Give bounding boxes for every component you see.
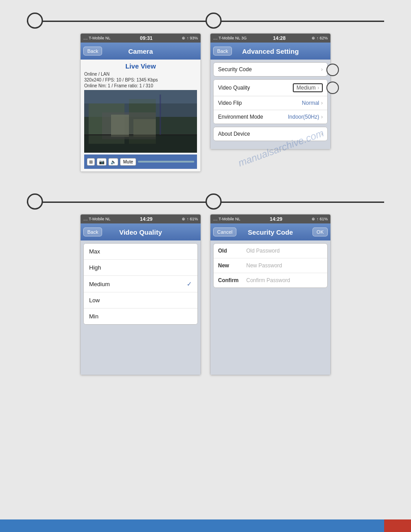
video-quality-row[interactable]: Video Quality Medium › xyxy=(214,80,327,96)
nav-bar-3: Back Video Quality xyxy=(81,223,201,240)
svg-rect-6 xyxy=(84,90,197,103)
bottom-bar-accent xyxy=(384,519,411,532)
timeline-circle-1 xyxy=(27,13,43,29)
carrier-2: .... T-Mobile NL 3G xyxy=(213,36,247,40)
sc-new-label: New xyxy=(218,262,243,269)
status-bar-1: .... T-Mobile NL 09:31 ⊕ ↑ 93% xyxy=(81,34,201,43)
environment-mode-row[interactable]: Environment Mode Indoor(50Hz) › xyxy=(214,110,327,124)
video-controls-bar: ⊞ 📷 🔈 Mute xyxy=(84,154,197,169)
vq-item-min[interactable]: Min xyxy=(84,309,197,324)
carrier-3: .... T-Mobile NL xyxy=(83,217,111,221)
video-flip-label: Video Flip xyxy=(218,100,242,106)
video-flip-value: Normal › xyxy=(302,100,323,106)
back-button-2[interactable]: Back xyxy=(213,47,232,56)
live-view-content: Live View Online / LAN 320x240 / FPS: 10… xyxy=(81,60,201,172)
vq-label-low: Low xyxy=(89,297,100,304)
status-line-1: Online / LAN xyxy=(84,72,197,77)
carrier-1: .... T-Mobile NL xyxy=(83,36,111,40)
sc-confirm-label: Confirm xyxy=(218,277,243,283)
right-icons-3: ⊕ ↑ 61% xyxy=(182,217,198,221)
grid-button[interactable]: ⊞ xyxy=(87,158,95,166)
time-3: 14:29 xyxy=(140,216,153,222)
sc-fields-section: Old Old Password New New Password Confir… xyxy=(213,243,328,288)
phone-frame-video-quality: .... T-Mobile NL 14:29 ⊕ ↑ 61% Back Vide… xyxy=(80,214,201,375)
security-code-label: Security Code xyxy=(218,66,252,73)
bottom-bar xyxy=(0,519,411,532)
status-bar-4: .... T-Mobile NL 14:29 ⊕ ↑ 61% xyxy=(210,215,330,223)
status-line-3: Online Nm: 1 / Frame ratio: 1 / 310 xyxy=(84,83,197,88)
sc-new-input[interactable]: New Password xyxy=(246,262,282,269)
vq-checkmark-medium: ✓ xyxy=(187,280,192,287)
callout-security-code xyxy=(326,64,339,76)
time-2: 14:28 xyxy=(273,35,286,41)
carrier-4: .... T-Mobile NL xyxy=(213,217,240,221)
volume-slider[interactable] xyxy=(138,161,194,163)
snapshot-button[interactable]: 📷 xyxy=(97,158,107,166)
phone-frame-live-view: .... T-Mobile NL 09:31 ⊕ ↑ 93% Back Came… xyxy=(80,33,201,172)
adv-content: Security Code › Video Quality Medium › xyxy=(210,60,330,149)
back-button-1[interactable]: Back xyxy=(83,47,102,56)
video-quality-chevron: › xyxy=(317,85,319,91)
top-timeline xyxy=(0,4,411,33)
timeline-circle-2 xyxy=(206,13,222,29)
live-view-heading: Live View xyxy=(84,62,197,70)
live-video-bg xyxy=(84,90,197,153)
environment-mode-chevron: › xyxy=(321,114,323,120)
vq-label-high: High xyxy=(89,264,101,271)
right-icons-2: ⊕ ↑ 62% xyxy=(312,36,328,40)
mute-button[interactable]: Mute xyxy=(120,158,136,166)
environment-mode-text: Indoor(50Hz) xyxy=(288,114,319,120)
sc-confirm-input[interactable]: Confirm Password xyxy=(246,277,290,283)
about-device-row[interactable]: About Device › xyxy=(214,127,327,141)
status-bar-3: .... T-Mobile NL 14:29 ⊕ ↑ 61% xyxy=(81,215,201,223)
sc-old-row: Old Old Password xyxy=(214,244,327,258)
screen2-wrapper: .... T-Mobile NL 3G 14:28 ⊕ ↑ 62% Back A… xyxy=(210,33,331,172)
svg-rect-8 xyxy=(111,115,129,137)
vq-item-medium[interactable]: Medium ✓ xyxy=(84,276,197,292)
bottom-timeline xyxy=(0,185,411,214)
security-code-row[interactable]: Security Code › xyxy=(214,63,327,76)
speaker-button[interactable]: 🔈 xyxy=(108,158,118,166)
bottom-timeline-circle-1 xyxy=(27,193,43,210)
vq-item-low[interactable]: Low xyxy=(84,292,197,309)
video-flip-chevron: › xyxy=(321,100,323,106)
vq-list: Max High Medium ✓ Low Min xyxy=(83,243,198,325)
vq-label-max: Max xyxy=(89,248,100,255)
vq-label-medium: Medium xyxy=(89,281,110,287)
video-flip-text: Normal xyxy=(302,100,319,106)
right-icons-1: ⊕ ↑ 93% xyxy=(182,36,198,40)
vq-item-max[interactable]: Max xyxy=(84,244,197,260)
bottom-timeline-circle-2 xyxy=(206,193,222,210)
back-button-3[interactable]: Back xyxy=(83,227,102,236)
right-icons-4: ⊕ ↑ 61% xyxy=(312,217,328,221)
top-screens-row: .... T-Mobile NL 09:31 ⊕ ↑ 93% Back Came… xyxy=(0,33,411,172)
nav-bar-1: Back Camera xyxy=(81,43,201,60)
cancel-button[interactable]: Cancel xyxy=(213,227,236,236)
sc-old-input[interactable]: Old Password xyxy=(246,248,280,254)
video-quality-value: Medium › xyxy=(293,83,323,92)
sc-content: Old Old Password New New Password Confir… xyxy=(210,240,330,375)
status-line-2: 320x240 / FPS: 10 / BPS: 1345 Kbps xyxy=(84,77,197,82)
nav-bar-2: Back Advanced Setting xyxy=(210,43,330,60)
vq-item-high[interactable]: High xyxy=(84,260,197,276)
sc-new-row: New New Password xyxy=(214,258,327,273)
about-section: About Device › xyxy=(213,127,328,141)
video-quality-text: Medium xyxy=(296,85,316,91)
svg-rect-9 xyxy=(133,119,156,137)
ok-button[interactable]: OK xyxy=(313,227,328,236)
security-code-chevron: › xyxy=(321,66,323,73)
video-quality-label: Video Quality xyxy=(218,85,250,91)
phone-frame-security-code: .... T-Mobile NL 14:29 ⊕ ↑ 61% Cancel Se… xyxy=(210,214,331,375)
time-1: 09:31 xyxy=(140,35,153,41)
video-flip-row[interactable]: Video Flip Normal › xyxy=(214,96,327,110)
vq-content: Max High Medium ✓ Low Min xyxy=(81,240,201,375)
about-device-label: About Device xyxy=(218,131,250,137)
security-code-section: Security Code › xyxy=(213,62,328,77)
sc-old-label: Old xyxy=(218,248,243,254)
nav-bar-4: Cancel Security Code OK xyxy=(210,223,330,240)
environment-mode-label: Environment Mode xyxy=(218,114,263,120)
about-chevron: › xyxy=(321,131,323,137)
phone-frame-advanced: .... T-Mobile NL 3G 14:28 ⊕ ↑ 62% Back A… xyxy=(210,33,331,150)
vq-label-min: Min xyxy=(89,313,98,320)
environment-mode-value: Indoor(50Hz) › xyxy=(288,114,323,120)
